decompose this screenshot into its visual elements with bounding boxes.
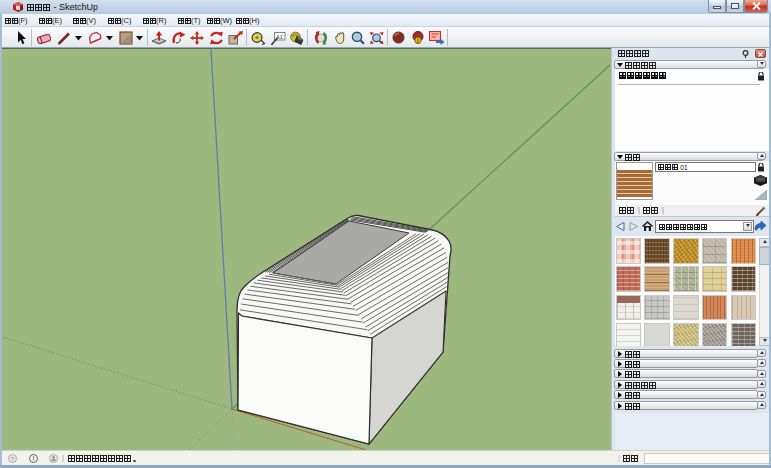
svg-text:8: 8 [416, 38, 419, 44]
svg-text:!: ! [32, 455, 34, 462]
